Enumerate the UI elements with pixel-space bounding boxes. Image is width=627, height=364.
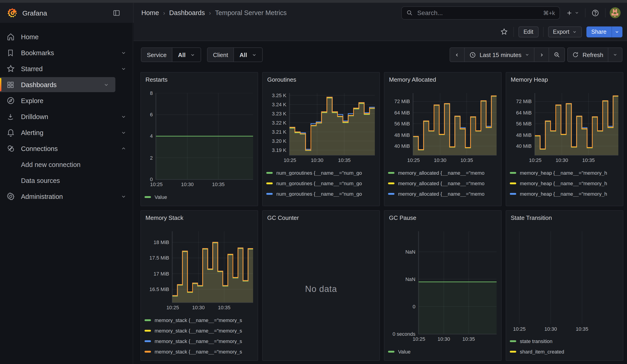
- edit-button[interactable]: Edit: [519, 26, 538, 37]
- sidebar-item-add-new-connection[interactable]: Add new connection: [0, 157, 133, 172]
- legend-series-label: memory_allocated {__name__="memo: [398, 191, 484, 196]
- panel-restarts[interactable]: Restarts0246810:2510:3010:35Value: [140, 72, 258, 206]
- navbar-right: ⌘+k: [401, 6, 627, 19]
- sidebar-item-administration[interactable]: Administration: [0, 189, 133, 204]
- legend-item[interactable]: memory_heap {__name__="memory_h: [510, 199, 619, 202]
- time-controls: Last 15 minutes Refresh: [449, 48, 623, 62]
- legend-item[interactable]: memory_heap {__name__="memory_h: [510, 167, 619, 178]
- plot-area[interactable]: 0246810:2510:3010:35: [156, 93, 253, 180]
- user-avatar[interactable]: [610, 7, 621, 18]
- legend-series-label: memory_allocated {__name__="memo: [398, 180, 484, 186]
- export-button[interactable]: Export: [548, 26, 582, 37]
- refresh-button[interactable]: Refresh: [568, 48, 608, 62]
- plug-icon: [6, 144, 15, 153]
- legend-item[interactable]: memory_allocated {__name__="memo: [388, 167, 498, 178]
- chevron-down-icon: [252, 52, 257, 57]
- service-variable-value[interactable]: All: [173, 48, 201, 62]
- legend-item[interactable]: Value: [388, 346, 498, 357]
- panel-memory-stack[interactable]: Memory Stack16.5 MiB17 MiB17.5 MiB18 MiB…: [140, 210, 258, 361]
- panel-goroutines[interactable]: Goroutines3.19 K3.20 K3.21 K3.22 K3.23 K…: [262, 72, 380, 206]
- panel-memory-allocated[interactable]: Memory Allocated40 MiB48 MiB56 MiB64 MiB…: [384, 72, 502, 206]
- legend: memory_heap {__name__="memory_hmemory_he…: [510, 167, 619, 202]
- dashboards-icon: [6, 81, 15, 89]
- favorite-star-icon[interactable]: [499, 27, 509, 37]
- x-axis-tick: 10:35: [338, 157, 351, 163]
- plot-area[interactable]: 3.19 K3.20 K3.21 K3.22 K3.23 K3.24 K3.25…: [289, 93, 375, 156]
- x-axis-tick: 10:30: [311, 157, 323, 163]
- panel-body: 0 seconds0NaNNaN10:2510:3010:35Value: [388, 222, 498, 357]
- add-new-button[interactable]: [564, 7, 581, 18]
- legend-item[interactable]: memory_stack {__name__="memory_s: [145, 315, 254, 325]
- legend-series-label: num_goroutines {__name__="num_go: [276, 170, 362, 175]
- search-box[interactable]: ⌘+k: [401, 6, 560, 19]
- time-shift-forward-button[interactable]: [535, 48, 549, 62]
- sidebar-item-label: Connections: [21, 145, 133, 152]
- panel-title: GC Pause: [389, 214, 498, 222]
- window-top-strip: [0, 0, 627, 3]
- legend-item[interactable]: memory_heap {__name__="memory_h: [510, 178, 619, 188]
- zoom-out-button[interactable]: [549, 48, 565, 62]
- variable-filters: Service All Client All: [141, 48, 263, 62]
- legend-series-swatch: [510, 193, 516, 195]
- refresh-interval-button[interactable]: [608, 48, 623, 62]
- legend-item[interactable]: shard_item_created: [510, 346, 619, 357]
- breadcrumb-home[interactable]: Home: [141, 9, 159, 16]
- legend-item[interactable]: num_goroutines {__name__="num_go: [266, 199, 376, 202]
- sidebar-item-dashboards[interactable]: Dashboards: [0, 77, 115, 92]
- legend-item[interactable]: state transition: [510, 336, 619, 346]
- y-axis-tick: 16.5 MiB: [149, 286, 169, 292]
- legend-series-swatch: [510, 182, 516, 184]
- sidebar-item-explore[interactable]: Explore: [0, 93, 133, 108]
- sidebar-item-data-sources[interactable]: Data sources: [0, 173, 133, 188]
- sidebar-item-alerting[interactable]: Alerting: [0, 125, 133, 140]
- plot-area[interactable]: 16.5 MiB17 MiB17.5 MiB18 MiB10:2510:3010…: [172, 231, 253, 303]
- panel-body: 40 MiB48 MiB56 MiB64 MiB72 MiB10:2510:30…: [510, 84, 619, 202]
- time-range-picker[interactable]: Last 15 minutes: [465, 48, 535, 62]
- plot-area[interactable]: 10:2510:3010:35: [514, 231, 618, 324]
- plot-area[interactable]: 40 MiB48 MiB56 MiB64 MiB72 MiB10:2510:30…: [413, 93, 497, 156]
- legend-item[interactable]: memory_stack {__name__="memory_s: [145, 336, 254, 346]
- search-input[interactable]: [416, 9, 539, 17]
- time-shift-back-button[interactable]: [449, 48, 465, 62]
- legend-item[interactable]: num_goroutines {__name__="num_go: [266, 167, 376, 178]
- y-axis-tick: 3.19 K: [272, 147, 286, 153]
- plot-area[interactable]: 0 seconds0NaNNaN10:2510:3010:35: [418, 231, 497, 334]
- legend-item[interactable]: memory_stack {__name__="memory_s: [145, 325, 254, 336]
- sidebar-item-home[interactable]: Home: [0, 29, 133, 44]
- time-series-chart: 3.19 K3.20 K3.21 K3.22 K3.23 K3.24 K3.25…: [266, 92, 376, 166]
- legend: num_goroutines {__name__="num_gonum_goro…: [266, 167, 376, 202]
- client-variable-value[interactable]: All: [234, 48, 262, 62]
- sidebar-item-drilldown[interactable]: Drilldown: [0, 109, 133, 124]
- grafana-app: Grafana Home › Dashboards › Temporal Ser…: [0, 0, 627, 364]
- legend-item[interactable]: Value: [145, 192, 254, 202]
- panel-state-transition[interactable]: State Transition10:2510:3010:35state tra…: [506, 210, 623, 361]
- legend-item[interactable]: memory_allocated {__name__="memo: [388, 178, 498, 188]
- sidebar-item-bookmarks[interactable]: Bookmarks: [0, 45, 133, 60]
- panel-gc-pause[interactable]: GC Pause0 seconds0NaNNaN10:2510:3010:35V…: [384, 210, 502, 361]
- share-menu-button[interactable]: [612, 26, 623, 37]
- time-range-label: Last 15 minutes: [479, 51, 522, 58]
- panel-memory-heap[interactable]: Memory Heap40 MiB48 MiB56 MiB64 MiB72 Mi…: [506, 72, 623, 206]
- share-split-button: Share: [586, 26, 623, 37]
- panel-gc-counter[interactable]: GC CounterNo data: [262, 210, 380, 361]
- share-button[interactable]: Share: [586, 26, 612, 37]
- breadcrumb-dashboards[interactable]: Dashboards: [169, 9, 205, 16]
- toggle-sidebar-icon[interactable]: [113, 9, 120, 17]
- search-icon: [406, 9, 413, 16]
- plot-area[interactable]: 40 MiB48 MiB56 MiB64 MiB72 MiB10:2510:30…: [534, 93, 618, 156]
- legend-series-swatch: [266, 172, 273, 174]
- legend-item[interactable]: num_goroutines {__name__="num_go: [266, 188, 376, 199]
- sidebar-item-connections[interactable]: Connections: [0, 141, 133, 156]
- chevron-down-icon: [572, 29, 576, 34]
- sidebar-item-starred[interactable]: Starred: [0, 61, 133, 76]
- legend-item[interactable]: memory_allocated {__name__="memo: [388, 199, 498, 202]
- legend-item[interactable]: memory_stack {__name__="memory_s: [145, 346, 254, 357]
- legend-series-swatch: [510, 351, 516, 352]
- legend-item[interactable]: num_goroutines {__name__="num_go: [266, 178, 376, 188]
- x-axis-tick: 10:25: [284, 157, 296, 163]
- help-icon[interactable]: [590, 7, 601, 18]
- drilldown-icon: [6, 112, 15, 121]
- panel-title: Memory Heap: [511, 76, 619, 84]
- legend-item[interactable]: memory_heap {__name__="memory_h: [510, 188, 619, 199]
- legend-item[interactable]: memory_allocated {__name__="memo: [388, 188, 498, 199]
